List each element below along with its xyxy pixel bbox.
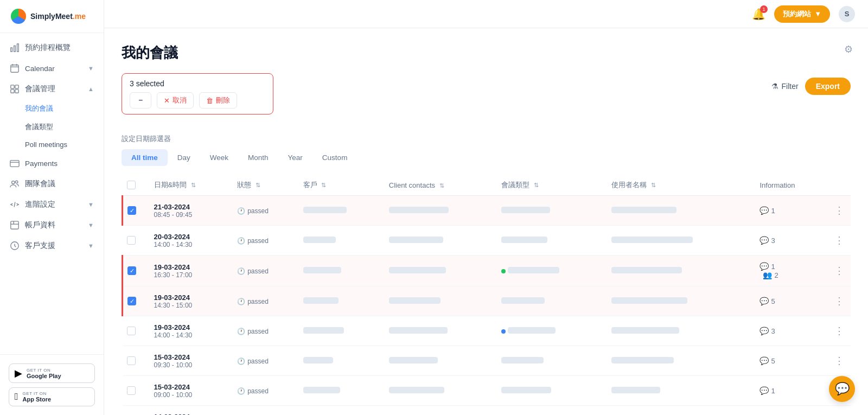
tab-year-label: Year bbox=[288, 154, 303, 162]
row-checkbox[interactable] bbox=[127, 327, 136, 335]
meeting-type-dot bbox=[501, 269, 506, 273]
booking-website-button[interactable]: 預約網站 ▼ bbox=[774, 5, 830, 23]
client-contacts-cell bbox=[385, 196, 497, 226]
clock-icon: 🕐 bbox=[237, 328, 245, 335]
more-options-button[interactable]: ⋮ bbox=[832, 202, 846, 219]
message-icon: 💬 bbox=[760, 386, 769, 395]
row-checkbox[interactable] bbox=[127, 386, 136, 395]
clock-icon: 🕐 bbox=[237, 357, 245, 365]
username-cell bbox=[607, 256, 755, 286]
meeting-type-cell bbox=[497, 226, 607, 256]
tab-month[interactable]: Month bbox=[238, 149, 278, 166]
tab-all-time[interactable]: All time bbox=[122, 149, 168, 166]
chevron-up-icon: ▲ bbox=[88, 86, 94, 92]
app-store-badge[interactable]:  GET IT ON App Store bbox=[9, 387, 95, 406]
more-options-button[interactable]: ⋮ bbox=[832, 263, 846, 279]
row-checkbox[interactable]: ✓ bbox=[127, 297, 136, 305]
sidebar-item-account[interactable]: 帳戶資料 ▼ bbox=[0, 215, 104, 235]
tab-day[interactable]: Day bbox=[168, 149, 200, 166]
more-options-button[interactable]: ⋮ bbox=[832, 353, 846, 369]
more-options-button[interactable]: ⋮ bbox=[832, 323, 846, 339]
app-logo[interactable]: SimplyMeet.me bbox=[0, 0, 104, 33]
chat-fab-button[interactable]: 💬 bbox=[829, 376, 855, 402]
status-cell: 🕐 passed bbox=[233, 346, 298, 376]
sidebar-item-schedule-overview[interactable]: 預約排程概覽 bbox=[0, 37, 104, 58]
more-options-button[interactable]: ⋮ bbox=[832, 232, 846, 248]
meeting-type-value bbox=[501, 207, 550, 213]
sort-datetime-icon[interactable]: ⇅ bbox=[191, 182, 196, 188]
chevron-down-icon-3: ▼ bbox=[88, 222, 94, 228]
date-value: 19-03-2024 bbox=[154, 263, 229, 271]
tab-custom-label: Custom bbox=[322, 154, 348, 162]
sort-type-icon[interactable]: ⇅ bbox=[534, 182, 539, 188]
delete-label: 刪除 bbox=[216, 95, 230, 105]
time-value: 16:30 - 17:00 bbox=[154, 271, 229, 279]
sort-status-icon[interactable]: ⇅ bbox=[256, 182, 260, 188]
settings-icon[interactable]: ⚙ bbox=[844, 43, 853, 55]
deselect-button[interactable]: － bbox=[130, 92, 151, 108]
cancel-button[interactable]: ✕ 取消 bbox=[157, 92, 194, 108]
client-contacts-value bbox=[389, 327, 448, 334]
team-icon bbox=[10, 179, 20, 189]
sidebar-item-payments[interactable]: Payments bbox=[0, 153, 104, 174]
chart-icon bbox=[10, 43, 20, 53]
sidebar-item-advanced-settings[interactable]: 進階設定 ▼ bbox=[0, 194, 104, 215]
time-value: 14:30 - 15:00 bbox=[154, 302, 229, 309]
filter-label: Filter bbox=[782, 82, 799, 91]
filter-button[interactable]: ⚗ Filter bbox=[771, 82, 799, 91]
meeting-type-cell bbox=[497, 316, 607, 346]
sub-label-my-meetings: 我的會議 bbox=[25, 104, 53, 112]
row-checkbox[interactable]: ✓ bbox=[127, 206, 136, 215]
sidebar-item-support[interactable]: 客戶支援 ▼ bbox=[0, 235, 104, 256]
select-all-checkbox[interactable] bbox=[127, 181, 136, 189]
google-play-badge[interactable]: ▶ GET IT ON Google Play bbox=[9, 363, 95, 383]
col-checkbox bbox=[123, 175, 150, 196]
row-checkbox[interactable] bbox=[127, 356, 136, 365]
more-cell: ⋮ bbox=[828, 226, 851, 256]
sort-username-icon[interactable]: ⇅ bbox=[651, 182, 656, 188]
notification-bell[interactable]: 🔔 1 bbox=[752, 8, 765, 21]
sidebar-item-team-meetings[interactable]: 團隊會議 bbox=[0, 174, 104, 194]
grid-icon bbox=[10, 84, 20, 94]
client-cell bbox=[299, 226, 385, 256]
tab-week[interactable]: Week bbox=[200, 149, 238, 166]
sidebar-item-my-meetings[interactable]: 我的會議 bbox=[0, 99, 104, 118]
logo-icon bbox=[11, 9, 26, 24]
tab-year[interactable]: Year bbox=[278, 149, 312, 166]
app-store-text: GET IT ON App Store bbox=[23, 391, 52, 403]
more-cell: ⋮ bbox=[828, 286, 851, 316]
sidebar-nav: 預約排程概覽 Calendar ▼ 會議管理 ▲ 我的會議 會議類型 Poll … bbox=[0, 33, 104, 354]
user-avatar[interactable]: S bbox=[839, 6, 855, 22]
user-initial: S bbox=[845, 10, 850, 18]
status-cell: 🕐 passed bbox=[233, 316, 298, 346]
sort-client-icon[interactable]: ⇅ bbox=[321, 182, 326, 188]
row-checkbox[interactable] bbox=[127, 236, 136, 245]
sidebar-item-meeting-management[interactable]: 會議管理 ▲ bbox=[0, 79, 104, 99]
sort-contacts-icon[interactable]: ⇅ bbox=[439, 182, 444, 189]
checkbox-cell bbox=[123, 376, 150, 406]
tab-day-label: Day bbox=[177, 154, 190, 162]
sidebar-label-account: 帳戶資料 bbox=[25, 220, 55, 230]
svg-rect-8 bbox=[15, 85, 18, 88]
col-datetime: 日期&時間 ⇅ bbox=[150, 175, 233, 196]
sub-label-poll-meetings: Poll meetings bbox=[25, 141, 67, 149]
col-meeting-type: 會議類型 ⇅ bbox=[497, 175, 607, 196]
more-options-button[interactable]: ⋮ bbox=[832, 412, 846, 415]
datetime-cell: 19-03-202416:30 - 17:00 bbox=[150, 256, 233, 286]
sidebar-item-meeting-types[interactable]: 會議類型 bbox=[0, 118, 104, 136]
sidebar-item-calendar[interactable]: Calendar ▼ bbox=[0, 58, 104, 79]
export-button[interactable]: Export bbox=[805, 78, 851, 95]
date-value: 15-03-2024 bbox=[154, 383, 229, 391]
row-checkbox[interactable]: ✓ bbox=[127, 266, 136, 275]
date-filter-label: 設定日期篩選器 bbox=[122, 134, 851, 144]
delete-button[interactable]: 🗑 刪除 bbox=[199, 92, 237, 108]
sidebar-item-poll-meetings[interactable]: Poll meetings bbox=[0, 136, 104, 153]
col-information: Information bbox=[755, 175, 828, 196]
message-icon: 💬 bbox=[760, 297, 769, 305]
information-cell: 💬1 bbox=[755, 196, 828, 226]
booking-btn-label: 預約網站 bbox=[783, 9, 811, 19]
more-cell: ⋮ bbox=[828, 196, 851, 226]
more-options-button[interactable]: ⋮ bbox=[832, 293, 846, 309]
tab-custom[interactable]: Custom bbox=[312, 149, 358, 166]
meeting-type-value bbox=[508, 267, 559, 273]
